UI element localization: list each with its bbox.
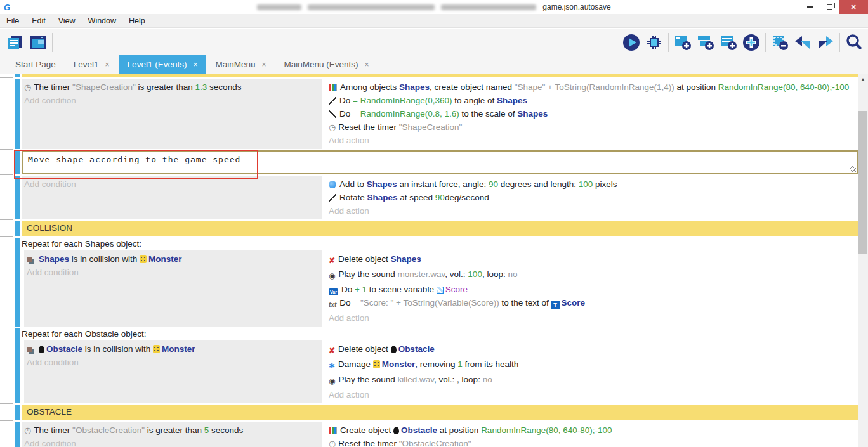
menu-item-window[interactable]: Window xyxy=(82,14,122,28)
add-condition-button[interactable]: Add condition xyxy=(27,356,317,369)
tab-mainmenu-events-[interactable]: MainMenu (Events)× xyxy=(275,55,378,74)
toolbar xyxy=(0,29,868,56)
comment-edit-textarea[interactable]: Move shape according to the game speed xyxy=(22,150,858,174)
event-indent-bar xyxy=(15,221,20,236)
tab-close-icon[interactable]: × xyxy=(365,60,369,69)
event-row: ◷The timer "ObstacleCreation" is greater… xyxy=(22,422,858,447)
comment-event[interactable]: OBSTACLE xyxy=(22,405,858,420)
collision-icon xyxy=(27,347,32,352)
tab-mainmenu[interactable]: MainMenu× xyxy=(206,55,275,74)
action-line[interactable]: ◷Reset the timer "ShapeCreation" xyxy=(329,120,853,134)
tab-level1-events-[interactable]: Level1 (Events)× xyxy=(119,55,207,74)
menu-item-help[interactable]: Help xyxy=(122,14,152,28)
restore-button[interactable] xyxy=(820,0,839,14)
add-action-button[interactable]: Add action xyxy=(329,388,853,401)
resize-grip-icon[interactable] xyxy=(850,166,856,172)
add-condition-button[interactable]: Add condition xyxy=(27,266,317,279)
token-string: = "Score: " + ToString(Variable(Score)) xyxy=(353,298,499,308)
add-action-button[interactable]: Add action xyxy=(329,134,853,147)
add-condition-button[interactable]: Add condition xyxy=(24,437,317,447)
event-body: Obstacle is in collision with MonsterAdd… xyxy=(24,340,858,403)
token-plain: Play the sound xyxy=(338,269,397,279)
play-button[interactable] xyxy=(620,30,643,55)
action-line[interactable]: Do = RandomInRange(0,360) to angle of Sh… xyxy=(329,94,853,107)
token-plain: Play the sound xyxy=(338,375,397,384)
token-object: Obstacle xyxy=(398,344,435,354)
obstacle-icon xyxy=(39,346,44,353)
scrollbar-up-button[interactable]: ▲ xyxy=(858,74,868,84)
action-line[interactable]: Do = RandomInRange(0.8, 1.6) to the scal… xyxy=(329,107,853,120)
token-string: "ShapeCreation" xyxy=(72,82,136,92)
add-action-button[interactable]: Add action xyxy=(329,204,853,217)
action-line[interactable]: ✘Delete object Shapes xyxy=(329,252,853,268)
redacted-title-segment xyxy=(257,4,301,10)
token-plain: pixels xyxy=(593,179,617,189)
action-line[interactable]: Among objects Shapes, create object name… xyxy=(329,81,853,94)
token-string: killed.wav xyxy=(398,375,435,384)
add-event-button[interactable] xyxy=(671,30,694,55)
search-button[interactable] xyxy=(843,30,865,55)
action-line[interactable]: ✘Delete object Obstacle xyxy=(329,342,853,358)
undo-icon xyxy=(793,33,812,52)
undo-button[interactable] xyxy=(791,30,814,55)
tab-start-page[interactable]: Start Page xyxy=(6,55,65,74)
foreach-header[interactable]: Repeat for each Shapes object: xyxy=(22,238,858,250)
comment-event[interactable]: COLLISION xyxy=(22,221,858,236)
app-window-button[interactable] xyxy=(27,30,49,55)
condition-line[interactable]: Shapes is in collision with Monster xyxy=(27,252,317,266)
token-string: "ObstacleCreation" xyxy=(399,439,471,447)
condition-line[interactable]: ◷The timer "ShapeCreation" is greater th… xyxy=(24,81,317,94)
add-condition-button[interactable]: Add condition xyxy=(24,94,317,107)
scrollbar-thumb[interactable] xyxy=(858,111,867,254)
delete-event-button[interactable] xyxy=(768,30,791,55)
action-line[interactable]: ◉Play the sound killed.wav, vol.: , loop… xyxy=(329,373,853,388)
action-line[interactable]: ✱Damage Monster, removing 1 from its hea… xyxy=(329,358,853,373)
add-comment-button[interactable] xyxy=(717,30,740,55)
tab-level1[interactable]: Level1× xyxy=(65,55,119,74)
tab-close-icon[interactable]: × xyxy=(193,60,197,69)
token-plain: The timer xyxy=(34,82,72,92)
menu-item-view[interactable]: View xyxy=(52,14,82,28)
toolbar-separator xyxy=(52,33,53,52)
token-plain: at speed xyxy=(398,193,435,202)
event-indent-bar xyxy=(15,328,20,403)
token-plain: to angle of xyxy=(452,96,497,105)
event-row: Repeat for each Shapes object:Shapes is … xyxy=(22,238,858,327)
close-button[interactable]: ✕ xyxy=(839,0,868,14)
stacked-pages-button[interactable] xyxy=(4,30,27,55)
menu-item-edit[interactable]: Edit xyxy=(25,14,52,28)
action-line[interactable]: txtDo = "Score: " + ToString(Variable(Sc… xyxy=(329,296,853,311)
action-line[interactable]: Create object Obstacle at position Rando… xyxy=(329,424,853,437)
token-string: no xyxy=(483,375,492,384)
token-plain: at position xyxy=(437,425,481,435)
condition-cell: Obstacle is in collision with MonsterAdd… xyxy=(24,340,324,403)
add-action-button[interactable]: Add action xyxy=(329,311,853,325)
redo-button[interactable] xyxy=(814,30,837,55)
tab-close-icon[interactable]: × xyxy=(105,60,110,69)
foreach-header[interactable]: Repeat for each Obstacle object: xyxy=(22,328,858,340)
action-line[interactable]: Add to Shapes an instant force, angle: 9… xyxy=(329,178,853,191)
add-comment-icon xyxy=(719,33,738,52)
debug-button[interactable] xyxy=(643,30,666,55)
condition-line[interactable]: Obstacle is in collision with Monster xyxy=(27,342,317,356)
token-plain: Damage xyxy=(338,360,373,369)
action-line[interactable]: Rotate Shapes at speed 90deg/second xyxy=(329,191,853,204)
delete-icon: ✘ xyxy=(329,344,335,358)
action-line[interactable]: ◉Play the sound monster.wav, vol.: 100, … xyxy=(329,268,853,283)
add-subevent-button[interactable] xyxy=(694,30,717,55)
timer-icon: ◷ xyxy=(24,424,31,437)
menu-item-file[interactable]: File xyxy=(0,14,25,28)
tab-close-icon[interactable]: × xyxy=(261,60,266,69)
token-plain: Add to xyxy=(339,179,367,189)
add-other-button[interactable] xyxy=(740,30,763,55)
action-line[interactable]: ◷Reset the timer "ObstacleCreation" xyxy=(329,437,853,447)
add-condition-button[interactable]: Add condition xyxy=(24,178,317,191)
action-line[interactable]: VarDo + 1 to scene variable Score xyxy=(329,283,853,296)
token-value: 90 xyxy=(435,193,445,202)
condition-line[interactable]: ◷The timer "ObstacleCreation" is greater… xyxy=(24,424,317,437)
token-value: 1.3 xyxy=(195,82,207,92)
token-plain: Delete object xyxy=(338,344,391,354)
token-plain: from its health xyxy=(463,360,519,369)
minimize-button[interactable] xyxy=(801,0,820,14)
token-value: = RandomInRange(0,360) xyxy=(353,96,452,105)
